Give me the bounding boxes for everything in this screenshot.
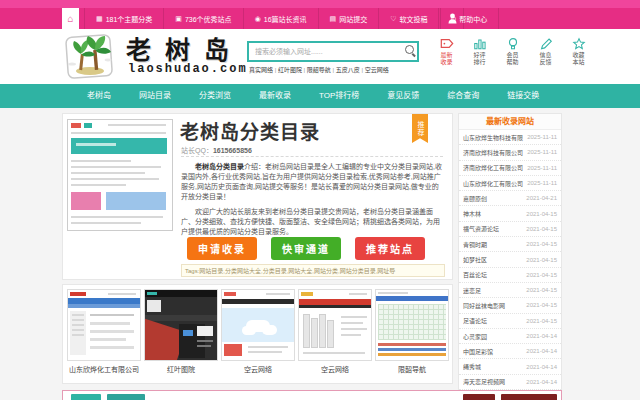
list-item[interactable]: 济南欣烨科技有限公司2025-11-11	[459, 145, 561, 160]
site-date: 2021-04-15	[526, 302, 557, 308]
site-screenshot-preview[interactable]	[67, 119, 173, 231]
footer-link-chip[interactable]	[71, 394, 101, 400]
gallery-item[interactable]: 空云网络	[221, 289, 295, 374]
site-thumbnail[interactable]	[298, 289, 372, 361]
list-item[interactable]: 绳秀城2021-04-14	[459, 359, 561, 374]
friend-link[interactable]: 真实网络	[249, 67, 278, 73]
site-name[interactable]: 福气资源论坛	[463, 224, 524, 233]
footer-link-chip[interactable]	[463, 394, 495, 400]
site-name[interactable]: 足语论坛	[463, 316, 524, 325]
list-item[interactable]: 神木林2021-04-15	[459, 206, 561, 221]
site-date: 2021-04-15	[526, 287, 557, 293]
topbar-item-label: 736个优秀站点	[185, 14, 232, 24]
tool-member-help[interactable]: 会员帮助	[500, 37, 525, 66]
palm-island-logo[interactable]	[64, 32, 114, 80]
site-title[interactable]: 老树岛	[126, 30, 266, 66]
list-item[interactable]: 福气资源论坛2021-04-15	[459, 222, 561, 237]
nav-item-feedback[interactable]: 意见反馈	[373, 84, 433, 108]
list-item[interactable]: 同好丝袜电影网2021-04-15	[459, 298, 561, 313]
topbar-item-label: 网站提交	[339, 14, 367, 24]
nav-item-query[interactable]: 综合查询	[433, 84, 493, 108]
site-thumbnail-title[interactable]: 山东欣烨化工有限公司	[67, 364, 141, 374]
tool-label: 收藏本站	[572, 52, 586, 66]
site-thumbnail[interactable]	[144, 289, 218, 361]
site-name[interactable]: 中国足彩馆	[463, 347, 524, 356]
gallery-item[interactable]: 红叶图院	[144, 289, 218, 374]
nav-item-home[interactable]: 老树岛	[73, 84, 125, 108]
site-name[interactable]: 如梦社区	[463, 255, 524, 264]
tool-label: 最新收录	[440, 52, 454, 66]
fast-review-button[interactable]: 快审通道	[271, 237, 341, 260]
tags-bar[interactable]: Tags:网站目录,分类网站大全,分类目录,网站大全,网站分类,网站分类目录,网…	[181, 264, 445, 277]
site-name[interactable]: 山东欣烨化工有限公司	[463, 179, 525, 188]
tool-rating-rank[interactable]: 好评排行	[467, 37, 492, 66]
site-date: 2021-04-14	[526, 364, 557, 370]
page-title: 老树岛分类目录	[180, 117, 320, 144]
site-name[interactable]: 迷恋足	[463, 286, 524, 295]
topbar-item-news[interactable]: ◉ 16篇站长资讯	[244, 8, 319, 29]
recommend-site-button[interactable]: 推荐站点	[355, 237, 425, 260]
footer-link-chip[interactable]	[107, 394, 145, 400]
nav-item-directory[interactable]: 网站目录	[125, 84, 185, 108]
search-input[interactable]	[247, 41, 419, 62]
list-item[interactable]: 迷恋足2021-04-15	[459, 283, 561, 298]
list-item[interactable]: 心灵家园2021-04-14	[459, 329, 561, 344]
list-item[interactable]: 山东欣烨化工有限公司2025-11-11	[459, 176, 561, 191]
site-thumbnail-title[interactable]: 空云网络	[221, 364, 295, 374]
gallery-item[interactable]: 山东欣烨化工有限公司	[67, 289, 141, 374]
nav-item-link-exchange[interactable]: 链接交换	[493, 84, 553, 108]
tool-bookmark-site[interactable]: 收藏本站	[566, 37, 591, 66]
list-item[interactable]: 百丝论坛2021-04-15	[459, 268, 561, 283]
list-item[interactable]: 如梦社区2021-04-15	[459, 252, 561, 267]
site-thumbnail-title[interactable]: 红叶图院	[144, 364, 218, 374]
friend-link[interactable]: 限韶导航	[307, 67, 336, 73]
friend-link[interactable]: 红叶图院	[278, 67, 307, 73]
site-name[interactable]: 神木林	[463, 209, 524, 218]
site-date: 2021-04-21	[526, 195, 557, 201]
nav-item-top-rank[interactable]: TOP排行榜	[305, 84, 373, 108]
friend-link[interactable]: 五皮八皮	[336, 67, 365, 73]
topbar-item-categories[interactable]: ▦ 181个主题分类	[84, 8, 164, 29]
apply-inclusion-button[interactable]: 申请收录	[187, 237, 257, 260]
list-item[interactable]: 嘉颐原创2021-04-21	[459, 191, 561, 206]
quick-tools: 最新收录 好评排行 会员帮助	[434, 37, 591, 66]
site-name[interactable]: 海天恋足视频网	[463, 377, 524, 386]
site-name[interactable]: 心灵家园	[463, 332, 524, 341]
topbar-item-sites[interactable]: ▣ 736个优秀站点	[164, 8, 243, 29]
list-item[interactable]: 山东欣烨生物科技有限2025-11-11	[459, 130, 561, 145]
tool-feedback[interactable]: 信息反馈	[533, 37, 558, 66]
footer-link-chip[interactable]	[501, 394, 557, 400]
site-name[interactable]: 青铜时期	[463, 240, 524, 249]
site-name[interactable]: 百丝论坛	[463, 270, 524, 279]
home-button[interactable]: ⌂	[62, 8, 79, 29]
site-date: 2021-04-15	[526, 318, 557, 324]
search-icon[interactable]	[405, 45, 414, 54]
site-name[interactable]: 绳秀城	[463, 362, 524, 371]
list-item[interactable]: 海天恋足视频网2021-04-14	[459, 375, 561, 390]
nav-item-browse[interactable]: 分类浏览	[185, 84, 245, 108]
topbar-item-submit[interactable]: ▤ 网站提交	[319, 8, 380, 29]
topbar-item-article[interactable]: ♡ 软文投稿	[379, 8, 439, 29]
topbar-item-label: 181个主题分类	[106, 14, 153, 24]
list-item[interactable]: 中国足彩馆2021-04-14	[459, 344, 561, 359]
list-item[interactable]: 济南欣烨化工有限公司2025-11-11	[459, 161, 561, 176]
list-item[interactable]: 青铜时期2021-04-15	[459, 237, 561, 252]
friend-link[interactable]: 空云网络	[365, 67, 389, 73]
site-thumbnail-title[interactable]: 空云网络	[298, 364, 372, 374]
site-thumbnail[interactable]	[221, 289, 295, 361]
list-item[interactable]: 足语论坛2021-04-15	[459, 314, 561, 329]
site-thumbnail[interactable]	[375, 289, 449, 361]
nav-item-latest[interactable]: 最新收录	[245, 84, 305, 108]
site-thumbnail[interactable]	[67, 289, 141, 361]
site-name[interactable]: 同好丝袜电影网	[463, 301, 524, 310]
site-name[interactable]: 济南欣烨科技有限公司	[463, 148, 525, 157]
site-header: 老树岛 laoshudao.com 真实网络 红叶图院 限韶导航 五皮八皮 空云…	[0, 29, 640, 84]
user-account-button[interactable]	[440, 8, 464, 29]
tool-latest-included[interactable]: 最新收录	[434, 37, 459, 66]
site-name[interactable]: 济南欣烨化工有限公司	[463, 163, 525, 172]
site-name[interactable]: 山东欣烨生物科技有限	[463, 133, 525, 142]
site-name[interactable]: 嘉颐原创	[463, 194, 524, 203]
gallery-item[interactable]: 限韶导航	[375, 289, 449, 374]
gallery-item[interactable]: 空云网络	[298, 289, 372, 374]
site-thumbnail-title[interactable]: 限韶导航	[375, 364, 449, 374]
